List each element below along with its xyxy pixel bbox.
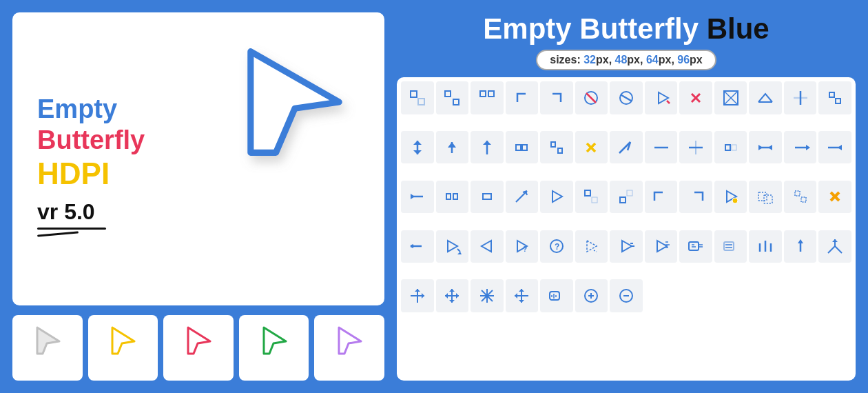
icon-cell[interactable] bbox=[471, 230, 504, 263]
icon-cell[interactable] bbox=[784, 81, 817, 114]
svg-marker-0 bbox=[251, 52, 339, 153]
svg-marker-57 bbox=[411, 194, 415, 199]
icon-cell[interactable] bbox=[401, 181, 434, 214]
icon-cell[interactable] bbox=[436, 131, 469, 164]
icon-cell[interactable] bbox=[575, 181, 608, 214]
variant-red[interactable]: Red bbox=[163, 315, 234, 381]
icon-cell[interactable] bbox=[401, 81, 434, 114]
icon-cell[interactable] bbox=[401, 279, 434, 312]
icon-cell[interactable] bbox=[645, 131, 678, 164]
version-underline bbox=[37, 228, 106, 230]
icon-cell[interactable] bbox=[679, 81, 712, 114]
icon-cell[interactable] bbox=[436, 279, 469, 312]
icon-cell[interactable] bbox=[540, 131, 573, 164]
svg-marker-113 bbox=[832, 239, 838, 242]
main-card-text: Empty Butterfly HDPI vr 5.0 bbox=[37, 94, 145, 230]
icon-cell[interactable] bbox=[540, 279, 573, 312]
icon-cell[interactable] bbox=[818, 181, 851, 214]
icon-cell[interactable] bbox=[436, 230, 469, 263]
icon-cell[interactable] bbox=[471, 81, 504, 114]
icon-cell[interactable] bbox=[506, 131, 539, 164]
icon-cell[interactable] bbox=[679, 181, 712, 214]
svg-marker-116 bbox=[415, 289, 420, 292]
icon-cell[interactable] bbox=[714, 131, 747, 164]
variant-green-label: Green bbox=[259, 363, 289, 375]
size-48: 48 bbox=[615, 54, 628, 66]
icon-cell[interactable] bbox=[610, 279, 643, 312]
svg-rect-74 bbox=[801, 197, 806, 202]
svg-rect-72 bbox=[764, 195, 772, 203]
title-hdpi: HDPI bbox=[37, 157, 145, 191]
svg-marker-30 bbox=[413, 150, 422, 154]
icon-cell[interactable] bbox=[679, 230, 712, 263]
variant-white[interactable]: White bbox=[12, 315, 83, 381]
title-butterfly: Butterfly bbox=[37, 125, 145, 155]
icon-cell[interactable] bbox=[540, 181, 573, 214]
icon-cell[interactable] bbox=[818, 81, 851, 114]
svg-text:?: ? bbox=[523, 245, 527, 253]
svg-line-112 bbox=[835, 246, 842, 253]
icon-cell[interactable] bbox=[575, 230, 608, 263]
icon-cell[interactable] bbox=[749, 81, 782, 114]
icon-cell[interactable]: ? bbox=[540, 230, 573, 263]
icon-cell[interactable] bbox=[506, 81, 539, 114]
svg-line-17 bbox=[667, 101, 670, 103]
variant-green[interactable]: Green bbox=[239, 315, 309, 381]
variant-white-label: White bbox=[33, 363, 61, 375]
icon-cell[interactable]: ? bbox=[506, 230, 539, 263]
svg-marker-93 bbox=[657, 241, 667, 252]
icon-cell[interactable] bbox=[540, 81, 573, 114]
icon-cell[interactable] bbox=[575, 279, 608, 312]
icon-cell[interactable] bbox=[610, 131, 643, 164]
icon-cell[interactable] bbox=[714, 181, 747, 214]
svg-rect-97 bbox=[689, 242, 699, 250]
icon-cell[interactable] bbox=[471, 181, 504, 214]
icon-cell[interactable] bbox=[471, 131, 504, 164]
icons-grid: ? ? bbox=[401, 81, 851, 376]
icon-cell[interactable] bbox=[714, 230, 747, 263]
icon-cell[interactable] bbox=[610, 81, 643, 114]
icon-cell[interactable] bbox=[610, 230, 643, 263]
icon-cell[interactable] bbox=[784, 230, 817, 263]
svg-line-13 bbox=[586, 93, 596, 103]
icon-cell[interactable] bbox=[506, 279, 539, 312]
svg-marker-1 bbox=[37, 328, 59, 354]
icon-cell[interactable] bbox=[679, 131, 712, 164]
svg-marker-123 bbox=[445, 293, 448, 299]
svg-marker-109 bbox=[798, 239, 803, 243]
icon-cell[interactable] bbox=[818, 131, 851, 164]
icon-cell[interactable] bbox=[436, 181, 469, 214]
icon-cell[interactable] bbox=[575, 131, 608, 164]
icon-cell[interactable] bbox=[471, 279, 504, 312]
svg-rect-58 bbox=[446, 194, 451, 199]
icon-cell[interactable] bbox=[749, 131, 782, 164]
svg-rect-35 bbox=[516, 145, 521, 150]
svg-rect-133 bbox=[550, 292, 559, 300]
icon-cell[interactable] bbox=[401, 131, 434, 164]
icon-cell[interactable] bbox=[401, 230, 434, 263]
icon-cell[interactable] bbox=[575, 81, 608, 114]
variant-yellow[interactable]: Yellow bbox=[88, 315, 158, 381]
icon-cell[interactable] bbox=[784, 131, 817, 164]
svg-rect-11 bbox=[488, 91, 494, 97]
butterfly-cursor-icon bbox=[219, 26, 371, 178]
svg-line-81 bbox=[457, 249, 460, 252]
icon-cell[interactable] bbox=[645, 181, 678, 214]
icon-cell[interactable] bbox=[714, 81, 747, 114]
icon-cell[interactable] bbox=[645, 81, 678, 114]
variant-purple[interactable]: Purple bbox=[314, 315, 384, 381]
icon-cell[interactable] bbox=[749, 230, 782, 263]
icon-cell[interactable] bbox=[784, 181, 817, 214]
icon-cell[interactable] bbox=[749, 181, 782, 214]
icon-cell[interactable] bbox=[645, 230, 678, 263]
page-title: Empty Butterfly Blue bbox=[483, 12, 769, 46]
icon-cell[interactable] bbox=[610, 181, 643, 214]
variant-yellow-label: Yellow bbox=[107, 363, 139, 375]
svg-marker-80 bbox=[448, 241, 457, 252]
icon-cell[interactable] bbox=[436, 81, 469, 114]
svg-point-70 bbox=[732, 198, 738, 203]
svg-rect-66 bbox=[592, 197, 597, 203]
icon-cell[interactable] bbox=[818, 230, 851, 263]
icon-cell[interactable] bbox=[506, 181, 539, 214]
svg-rect-9 bbox=[453, 99, 459, 105]
